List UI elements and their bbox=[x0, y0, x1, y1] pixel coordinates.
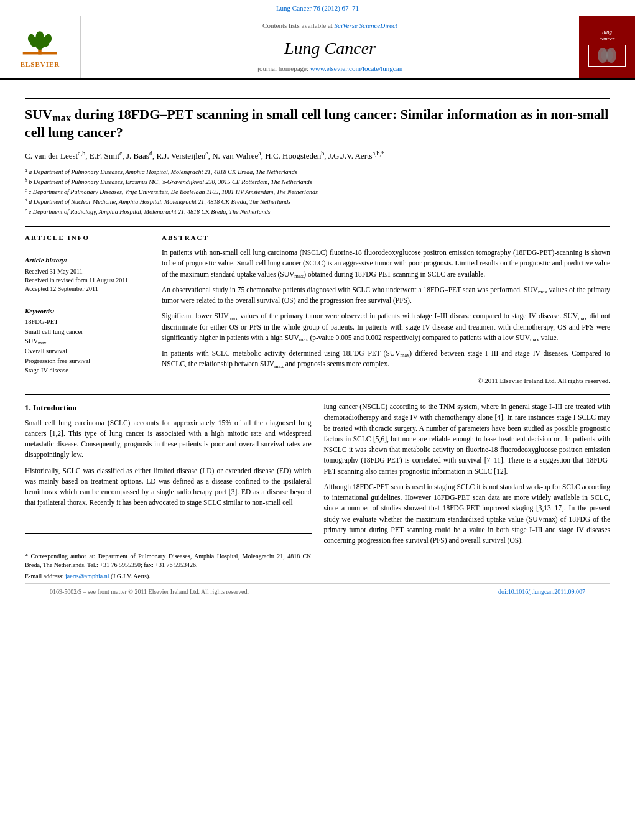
elsevier-tree-icon bbox=[21, 26, 58, 57]
sciverse-line: Contents lists available at SciVerse Sci… bbox=[262, 21, 397, 30]
intro-para-2: Historically, SCLC was classified as eit… bbox=[25, 466, 312, 509]
intro-heading: 1. Introduction bbox=[25, 402, 312, 414]
homepage-prefix: journal homepage: bbox=[257, 65, 310, 72]
journal-box-logo: lung cancer bbox=[588, 29, 626, 67]
abstract-para-1: In patients with non-small cell lung car… bbox=[162, 247, 610, 280]
article-info-heading: ARTICLE INFO bbox=[25, 233, 140, 242]
affil-rule bbox=[25, 226, 610, 227]
abstract-heading: ABSTRACT bbox=[162, 233, 610, 242]
svg-point-6 bbox=[36, 31, 44, 41]
email-suffix: (J.G.J.V. Aerts). bbox=[109, 573, 151, 579]
main-content: SUVmax during 18FDG–PET scanning in smal… bbox=[0, 80, 635, 612]
article-info-abstract: ARTICLE INFO Article history: Received 3… bbox=[25, 233, 610, 385]
header-center: Contents lists available at SciVerse Sci… bbox=[81, 16, 579, 78]
journal-homepage: journal homepage: www.elsevier.com/locat… bbox=[257, 64, 402, 73]
keywords-section: Keywords: 18FDG-PET Small cell lung canc… bbox=[25, 307, 140, 376]
received-date: Received 31 May 2011 Received in revised… bbox=[25, 267, 140, 293]
keyword-1: 18FDG-PET bbox=[25, 318, 140, 327]
keyword-2: Small cell lung cancer bbox=[25, 328, 140, 337]
body-col-right: lung cancer (NSCLC) according to the TNM… bbox=[324, 402, 611, 583]
article-info: ARTICLE INFO Article history: Received 3… bbox=[25, 233, 149, 385]
elsevier-text: ELSEVIER bbox=[21, 60, 60, 69]
svg-rect-7 bbox=[23, 52, 57, 54]
keyword-6: Stage IV disease bbox=[25, 366, 140, 376]
header-right-logo: lung cancer bbox=[579, 16, 635, 78]
affil-d: d d Department of Nuclear Medicine, Amph… bbox=[25, 198, 610, 206]
doi-text[interactable]: doi:10.1016/j.lungcan.2011.09.007 bbox=[498, 588, 585, 596]
abstract-para-4: In patients with SCLC metabolic activity… bbox=[162, 348, 610, 370]
svg-point-9 bbox=[598, 48, 608, 63]
history-rule bbox=[25, 300, 140, 300]
page-container: Lung Cancer 76 (2012) 67–71 ELSEVIER bbox=[0, 0, 635, 612]
issn-text: 0169-5002/$ – see front matter © 2011 El… bbox=[50, 588, 249, 596]
email-label: E-mail address: bbox=[25, 573, 65, 579]
top-bar: Lung Cancer 76 (2012) 67–71 bbox=[0, 0, 635, 16]
abstract-para-3: Significant lower SUVmax values of the p… bbox=[162, 311, 610, 343]
corresponding-note: * Corresponding author at: Department of… bbox=[25, 552, 312, 570]
sciverse-link[interactable]: SciVerse ScienceDirect bbox=[335, 22, 397, 29]
intro-para-3: lung cancer (NSCLC) according to the TNM… bbox=[324, 402, 611, 477]
affil-c: c c Department of Pulmonary Diseases, Vr… bbox=[25, 188, 610, 196]
history-label: Article history: bbox=[25, 256, 140, 265]
affiliations: a a Department of Pulmonary Diseases, Am… bbox=[25, 168, 610, 216]
journal-title: Lung Cancer bbox=[284, 36, 376, 60]
keyword-5: Progression free survival bbox=[25, 357, 140, 366]
sciverse-prefix: Contents lists available at bbox=[262, 22, 334, 29]
bottom-bar: 0169-5002/$ – see front matter © 2011 El… bbox=[25, 583, 610, 600]
intro-para-1: Small cell lung carcinoma (SCLC) account… bbox=[25, 418, 312, 461]
copyright: © 2011 Elsevier Ireland Ltd. All rights … bbox=[162, 376, 610, 385]
header-area: ELSEVIER Contents lists available at Sci… bbox=[0, 16, 635, 80]
article-title: SUVmax during 18FDG–PET scanning in smal… bbox=[25, 106, 610, 141]
authors: C. van der Leesta,b, E.F. Smitc, J. Baas… bbox=[25, 150, 610, 162]
abstract-bottom-rule bbox=[25, 394, 610, 395]
affil-a: a a Department of Pulmonary Diseases, Am… bbox=[25, 168, 610, 177]
body-col-left: 1. Introduction Small cell lung carcinom… bbox=[25, 402, 312, 583]
svg-point-5 bbox=[45, 34, 52, 43]
email-link[interactable]: jaerts@amphia.nl bbox=[65, 573, 109, 579]
affil-b: b b Department of Pulmonary Diseases, Er… bbox=[25, 178, 610, 187]
svg-point-4 bbox=[28, 34, 35, 43]
body-columns: 1. Introduction Small cell lung carcinom… bbox=[25, 402, 610, 583]
keyword-3: SUVmax bbox=[25, 337, 140, 346]
affil-e: e e Department of Radiology, Amphia Hosp… bbox=[25, 208, 610, 216]
footnote-rule bbox=[25, 533, 312, 534]
email-note: E-mail address: jaerts@amphia.nl (J.G.J.… bbox=[25, 572, 312, 581]
keyword-4: Overall survival bbox=[25, 347, 140, 356]
journal-citation: Lung Cancer 76 (2012) 67–71 bbox=[276, 4, 359, 12]
svg-point-10 bbox=[606, 48, 616, 63]
info-rule bbox=[25, 249, 140, 249]
homepage-link[interactable]: www.elsevier.com/locate/lungcan bbox=[310, 65, 402, 72]
footnote-area: * Corresponding author at: Department of… bbox=[25, 547, 312, 581]
abstract-section: ABSTRACT In patients with non-small cell… bbox=[162, 233, 610, 385]
elsevier-logo-area: ELSEVIER bbox=[0, 16, 81, 78]
intro-para-4: Although 18FDG-PET scan is used in stagi… bbox=[324, 482, 611, 547]
abstract-para-2: An observational study in 75 chemonaive … bbox=[162, 285, 610, 307]
elsevier-logo: ELSEVIER bbox=[21, 26, 60, 69]
title-top-rule bbox=[25, 98, 610, 99]
keywords-label: Keywords: bbox=[25, 307, 140, 316]
